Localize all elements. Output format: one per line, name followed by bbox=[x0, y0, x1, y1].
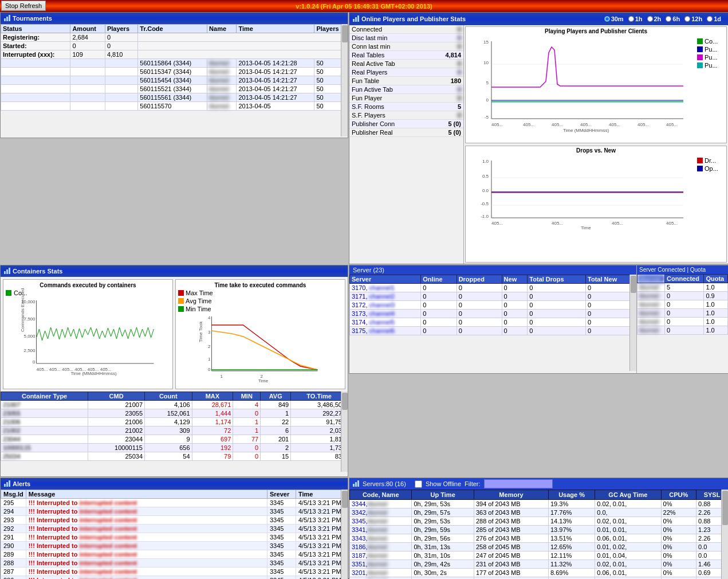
alerts-bar-icon bbox=[4, 480, 10, 488]
server-top-row: 3172, channel300000 bbox=[350, 301, 636, 310]
servers-sub-table: Server Online Dropped New Total Drops To… bbox=[349, 275, 636, 335]
alert-row: 293!!! Interrupted to interrupted conten… bbox=[1, 516, 348, 525]
legend-op: Op... bbox=[697, 165, 724, 172]
stat-real-players: Real Players 0 bbox=[349, 68, 463, 77]
svg-text:Time: Time bbox=[581, 225, 591, 230]
svg-text:405...: 405... bbox=[523, 122, 534, 127]
alert-row: 290!!! Interrupted to interrupted conten… bbox=[1, 542, 348, 550]
container-row: 21006210064,1291,17412291,750 bbox=[1, 418, 348, 427]
tournament-row: 560115454 (3344)blurred2013-04-05 14:21:… bbox=[1, 76, 348, 85]
col-max: MAX bbox=[192, 392, 233, 401]
filter-input[interactable] bbox=[484, 479, 553, 488]
time-1h[interactable]: 1h bbox=[628, 15, 643, 22]
col-total-drops: Total Drops bbox=[528, 275, 586, 284]
server-code-link[interactable]: 3343, bbox=[352, 535, 368, 542]
tournaments-scrollbar[interactable] bbox=[341, 24, 348, 136]
alert-row: 294!!! Interrupted to interrupted conten… bbox=[1, 507, 348, 516]
tournaments-title: Tournaments bbox=[13, 15, 52, 22]
stat-pub-real: Publisher Real 5 (0) bbox=[349, 128, 463, 137]
svg-text:Time: Time bbox=[258, 378, 269, 384]
chart2-svg: 1.0 0.5 0.0 -0.5 -1.0 bbox=[466, 155, 695, 235]
col-quota: Quota bbox=[704, 275, 728, 283]
col-to-time: TO.Time bbox=[291, 392, 348, 401]
time-1d[interactable]: 1d bbox=[707, 15, 721, 22]
svg-text:Commands Executed: Commands Executed bbox=[20, 288, 25, 332]
col-message: Message bbox=[26, 490, 267, 499]
online-bar-icon bbox=[353, 15, 359, 23]
svg-text:7,500: 7,500 bbox=[23, 316, 36, 322]
chart2-title: Drops vs. New bbox=[466, 146, 726, 155]
server-top-row: 3175, channel600000 bbox=[350, 327, 636, 335]
servers-main-scrollbar[interactable] bbox=[721, 490, 728, 579]
time-6h[interactable]: 6h bbox=[666, 15, 680, 22]
server-main-row: 3345,blurred0h, 29m, 53s288 of 2043 MB14… bbox=[350, 517, 728, 526]
server-code-link[interactable]: 3201, bbox=[352, 569, 368, 576]
server-quota-row: blurred51.0 bbox=[638, 283, 728, 292]
server-code-link[interactable]: 3342, bbox=[352, 509, 368, 516]
time-chart-title: Time take to executed commands bbox=[178, 282, 343, 288]
server-quota-row: blurred01.0 bbox=[638, 318, 728, 326]
col-status: Status bbox=[1, 25, 70, 33]
server-main-row: 3347,blurred0h, 29m, 49s175 of 2043 MB8.… bbox=[350, 577, 728, 580]
alerts-scrollbar[interactable] bbox=[341, 490, 348, 579]
tournament-status-row: Started:00 bbox=[1, 42, 348, 50]
time-30m[interactable]: 30m bbox=[604, 15, 624, 22]
chart1-svg: 15 10 5 0 -5 bbox=[466, 36, 695, 133]
server-code-link[interactable]: 3186, bbox=[352, 543, 368, 550]
svg-text:405...: 405... bbox=[638, 122, 649, 127]
containers-scrollbar[interactable] bbox=[341, 392, 348, 472]
col-sc: blurred bbox=[638, 275, 665, 283]
show-offline-checkbox[interactable] bbox=[415, 480, 422, 488]
col-uptime: Up Time bbox=[412, 490, 474, 500]
server-code-link[interactable]: 3341, bbox=[352, 526, 368, 533]
svg-text:15: 15 bbox=[483, 40, 489, 45]
tournament-row: 560115347 (3344)blurred2013-04-05 14:21:… bbox=[1, 68, 348, 76]
server-quota-row: blurred01.0 bbox=[638, 326, 728, 335]
time-selector: 30m 1h 2h 6h 12h 1d bbox=[601, 14, 725, 24]
svg-text:0: 0 bbox=[486, 97, 489, 103]
servers-top-title: Server (23) bbox=[353, 267, 384, 273]
servers-top-scrollbar[interactable] bbox=[629, 275, 636, 371]
col-dropped: Dropped bbox=[457, 275, 502, 284]
svg-text:0: 0 bbox=[33, 359, 36, 365]
containers-panel: Containers Stats Commands executed by co… bbox=[0, 265, 348, 477]
containers-title: Containers Stats bbox=[13, 268, 62, 275]
col-code-name: Code, Name bbox=[350, 490, 412, 500]
stat-conn: Conn last min 0 bbox=[349, 42, 463, 51]
col-connected: Connected bbox=[665, 275, 704, 283]
svg-text:405...: 405... bbox=[666, 221, 678, 226]
stat-pub-conn: Publisher Conn 5 (0) bbox=[349, 120, 463, 128]
col-memory: Memory bbox=[474, 490, 548, 500]
time-chart: Time take to executed commands Max Time … bbox=[175, 279, 345, 389]
server-main-row: 3342,blurred0h, 29m, 57s363 of 2043 MB17… bbox=[350, 508, 728, 517]
time-2h[interactable]: 2h bbox=[647, 15, 662, 22]
svg-text:5,000: 5,000 bbox=[23, 334, 36, 339]
stat-disc: Disc last min 0 bbox=[349, 34, 463, 42]
col-count: Count bbox=[145, 392, 192, 401]
svg-text:Time (MMddHHmmss): Time (MMddHHmmss) bbox=[563, 128, 609, 133]
server-quota-row: blurred01.0 bbox=[638, 309, 728, 318]
server-main-row: 3341,blurred0h, 29m, 59s285 of 2043 MB13… bbox=[350, 526, 728, 534]
stat-sf-rooms: S.F. Rooms 5 bbox=[349, 103, 463, 111]
server-code-link[interactable]: 3344, bbox=[352, 500, 368, 507]
containers-data-table: Container Type CMD Count MAX MIN AVG TO.… bbox=[1, 392, 348, 461]
stat-fun-player: Fun Player 0 bbox=[349, 94, 463, 103]
col-container-type: Container Type bbox=[1, 392, 88, 401]
filter-label: Filter: bbox=[465, 480, 481, 487]
server-code-link[interactable]: 3187, bbox=[352, 552, 368, 559]
tournament-row: 560115864 (3344)blurred2013-04-05 14:21:… bbox=[1, 59, 348, 68]
col-time: Time bbox=[237, 25, 314, 33]
containers-header: Containers Stats bbox=[1, 265, 348, 277]
online-players-panel: Online Players and Publisher Stats 30m 1… bbox=[349, 12, 728, 264]
svg-text:405...: 405... bbox=[609, 122, 620, 127]
servers-main-table: Code, Name Up Time Memory Usage % GC Avg… bbox=[349, 490, 728, 579]
time-12h[interactable]: 12h bbox=[684, 15, 702, 22]
stop-refresh-button[interactable]: Stop Refresh bbox=[1, 1, 46, 11]
alert-row: 289!!! Interrupted to interrupted conten… bbox=[1, 550, 348, 559]
server-code-link[interactable]: 3351, bbox=[352, 561, 368, 568]
version-title: v:1.0.24 (Fri Apr 05 16:49:31 GMT+02:00 … bbox=[296, 3, 432, 10]
tournaments-header: Tournaments bbox=[1, 13, 348, 24]
server-code-link[interactable]: 3345, bbox=[352, 518, 368, 525]
stat-real-active: Real Active Tab 0 bbox=[349, 60, 463, 68]
col-server: Server bbox=[350, 275, 421, 284]
